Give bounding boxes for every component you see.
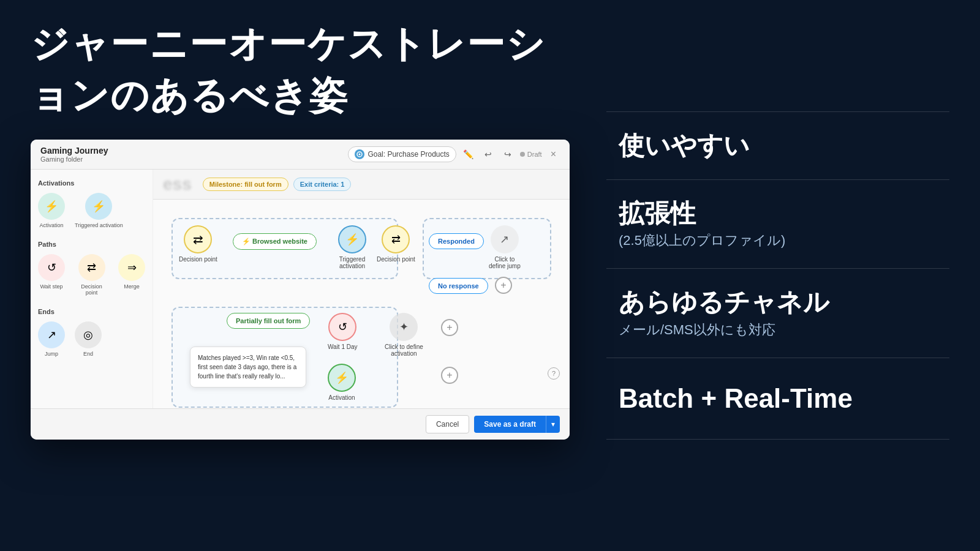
wait-icon: ↺	[38, 254, 65, 281]
journey-modal: Gaming Journey Gaming folder Goal: Purch…	[31, 140, 570, 440]
browsed-website-icon: ⚡	[242, 238, 252, 245]
right-title-easy: 使いやすい	[619, 130, 937, 161]
wait-label: Wait step	[40, 283, 62, 290]
triggered-circle: ⚡	[338, 225, 366, 253]
right-subtitle-scale: (2.5億以上のプロファイル)	[619, 231, 937, 250]
node-add-2[interactable]: +	[441, 319, 458, 336]
click-activation-label: Click to defineactivation	[385, 343, 423, 357]
merge-label: Merge	[124, 283, 140, 290]
right-item-scale: 拡張性 (2.5億以上のプロファイル)	[606, 180, 949, 269]
sidebar-item-jump[interactable]: ↗ Jump	[38, 321, 65, 357]
node-responded[interactable]: Responded	[429, 233, 484, 249]
browsed-website-rect: ⚡ Browsed website	[233, 233, 317, 250]
decision-icon: ⇄	[78, 254, 105, 281]
right-subtitle-channel: メール/SMS以外にも対応	[619, 321, 937, 339]
node-decision-point-2[interactable]: ⇄ Decision point	[377, 225, 415, 263]
node-click-jump[interactable]: ↗ Click todefine jump	[489, 225, 521, 269]
modal-footer: Cancel Save as a draft ▾	[31, 408, 570, 440]
end-icon: ◎	[75, 321, 102, 348]
sidebar-item-decision[interactable]: ⇄ Decision point	[75, 254, 108, 296]
node-add-3[interactable]: +	[441, 367, 458, 384]
node-decision-point-1[interactable]: ⇄ Decision point	[179, 225, 217, 263]
node-partially-fill[interactable]: Partially fill out form	[227, 313, 310, 329]
right-title-scale: 拡張性	[619, 198, 937, 229]
node-browsed-website[interactable]: ⚡ Browsed website	[233, 233, 317, 250]
node-no-response[interactable]: No response	[429, 278, 488, 294]
right-panel: 使いやすい 拡張性 (2.5億以上のプロファイル) あらゆるチャネル メール/S…	[588, 0, 980, 551]
tooltip-box: Matches played >=3, Win rate <0.5, first…	[190, 347, 306, 388]
activation-bottom-circle: ⚡	[328, 364, 356, 392]
ends-row: ↗ Jump ◎ End	[38, 321, 145, 357]
triggered-activation-icon: ⚡	[85, 193, 112, 220]
add-icon-2[interactable]: +	[441, 319, 458, 336]
close-button[interactable]: ×	[547, 148, 560, 161]
milestone-btn[interactable]: Milestone: fill out form	[203, 178, 288, 191]
save-draft-arrow-button[interactable]: ▾	[546, 416, 560, 433]
left-panel: ジャーニーオーケストレーションのあるべき姿 Gaming Journey Gam…	[0, 0, 588, 551]
sidebar-section-ends: Ends	[38, 308, 145, 315]
modal-subtitle: Gaming folder	[40, 156, 108, 163]
modal-title-group: Gaming Journey Gaming folder	[40, 146, 108, 163]
paths-row: ↺ Wait step ⇄ Decision point ⇒ Merge	[38, 254, 145, 296]
add-icon-3[interactable]: +	[441, 367, 458, 384]
exit-criteria-btn[interactable]: Exit criteria: 1	[293, 178, 352, 191]
wait-circle: ↺	[328, 313, 356, 341]
right-item-easy: 使いやすい	[606, 111, 949, 180]
save-draft-button[interactable]: Save as a draft	[474, 416, 546, 433]
node-add-1[interactable]: +	[495, 277, 512, 294]
blur-text: ess	[163, 174, 192, 194]
decision-label: Decision point	[75, 283, 108, 296]
right-item-channel: あらゆるチャネル メール/SMS以外にも対応	[606, 269, 949, 358]
undo-icon[interactable]: ↩	[481, 147, 496, 162]
draft-dot	[520, 152, 525, 157]
wait-label-2: Wait 1 Day	[328, 343, 358, 350]
responded-rect: Responded	[429, 233, 484, 249]
end-label: End	[83, 351, 93, 357]
goal-label: Goal: Purchase Products	[368, 150, 449, 159]
canvas-area: ess Milestone: fill out form Exit criter…	[153, 170, 570, 408]
page-title: ジャーニーオーケストレーションのあるべき姿	[31, 18, 564, 121]
svg-point-1	[359, 154, 361, 156]
no-response-rect: No response	[429, 278, 488, 294]
sidebar-item-wait[interactable]: ↺ Wait step	[38, 254, 65, 296]
redo-icon[interactable]: ↪	[500, 147, 515, 162]
triggered-activation-label: Triggered activation	[75, 222, 123, 228]
modal-body: Activations ⚡ Activation ⚡ Triggered act…	[31, 170, 570, 408]
decision-circle-1: ⇄	[184, 225, 212, 253]
edit-icon[interactable]: ✏️	[461, 147, 476, 162]
canvas-toolbar: ess Milestone: fill out form Exit criter…	[153, 170, 570, 200]
node-triggered-activation[interactable]: ⚡ Triggered activation	[328, 225, 377, 269]
decision-label-2: Decision point	[377, 256, 415, 263]
tooltip-text: Matches played >=3, Win rate <0.5, first…	[198, 354, 296, 380]
flow-canvas: ⇄ Decision point ⚡ Browsed website ⚡	[153, 200, 570, 408]
goal-icon	[355, 149, 364, 159]
right-title-batch: Batch + Real-Time	[619, 383, 937, 415]
activation-icon: ⚡	[38, 193, 65, 220]
node-activation-bottom[interactable]: ⚡ Activation	[328, 364, 356, 401]
decision-circle-2: ⇄	[382, 225, 410, 253]
click-activation-circle: ✦	[390, 313, 418, 341]
node-click-activation[interactable]: ✦ Click to defineactivation	[385, 313, 423, 357]
sidebar: Activations ⚡ Activation ⚡ Triggered act…	[31, 170, 153, 408]
save-button-group: Save as a draft ▾	[474, 416, 560, 433]
partially-fill-rect: Partially fill out form	[227, 313, 310, 329]
activation-label: Activation	[39, 222, 63, 228]
modal-title: Gaming Journey	[40, 146, 108, 156]
goal-badge[interactable]: Goal: Purchase Products	[348, 146, 456, 162]
add-icon-1[interactable]: +	[495, 277, 512, 294]
merge-icon: ⇒	[118, 254, 145, 281]
sidebar-item-triggered-activation[interactable]: ⚡ Triggered activation	[75, 193, 123, 228]
jump-label: Jump	[45, 351, 58, 357]
sidebar-item-merge[interactable]: ⇒ Merge	[118, 254, 145, 296]
right-item-batch: Batch + Real-Time	[606, 358, 949, 440]
sidebar-item-activation[interactable]: ⚡ Activation	[38, 193, 65, 228]
sidebar-section-activations: Activations	[38, 179, 145, 187]
sidebar-section-paths: Paths	[38, 241, 145, 248]
main-layout: ジャーニーオーケストレーションのあるべき姿 Gaming Journey Gam…	[0, 0, 980, 551]
node-wait-1-day[interactable]: ↺ Wait 1 Day	[328, 313, 358, 350]
help-icon[interactable]: ?	[548, 367, 560, 380]
activation-bottom-label: Activation	[328, 394, 355, 401]
jump-icon: ↗	[38, 321, 65, 348]
cancel-button[interactable]: Cancel	[426, 415, 469, 433]
sidebar-item-end[interactable]: ◎ End	[75, 321, 102, 357]
